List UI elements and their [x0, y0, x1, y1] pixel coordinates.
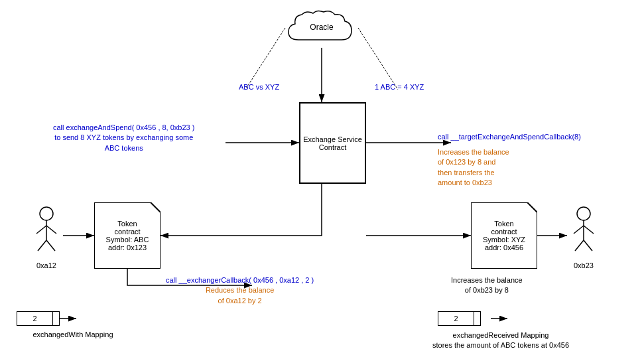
- svg-point-13: [40, 207, 53, 220]
- mapping-right: 0x123 2: [438, 311, 458, 326]
- diagram: Oracle ABC vs XYZ 1 ABC = 4 XYZ Exchange…: [0, 0, 644, 359]
- oracle-cloud: Oracle: [285, 7, 358, 50]
- svg-point-19: [577, 207, 590, 220]
- svg-line-24: [584, 240, 592, 251]
- mapping-left-label: exchangedWith Mapping: [20, 330, 126, 338]
- one-abc-four-xyz-label: 1 ABC = 4 XYZ: [375, 83, 424, 91]
- svg-line-22: [584, 226, 594, 234]
- mapping-right-box2: 2: [438, 311, 474, 326]
- exchange-box-label: Exchange ServiceContract: [303, 135, 362, 151]
- svg-line-17: [38, 240, 46, 251]
- token-xyz-label: Token contract Symbol: XYZ addr: 0x456: [471, 202, 537, 269]
- increases-bottom-right-label: Increases the balance of 0xb23 by 8: [451, 275, 523, 296]
- call-left-label: call exchangeAndSpend( 0x456 , 8, 0xb23 …: [53, 123, 194, 153]
- stick-figure-right: 0xb23: [567, 206, 600, 269]
- svg-line-15: [36, 226, 46, 234]
- svg-line-18: [46, 240, 55, 251]
- mapping-right-label: exchangedReceived Mapping stores the amo…: [424, 330, 577, 351]
- exchange-service-contract-box: Exchange ServiceContract: [299, 102, 366, 184]
- svg-line-21: [574, 226, 584, 234]
- token-abc-container: Token contract Symbol: ABC addr: 0x123: [94, 202, 161, 269]
- svg-line-23: [575, 240, 584, 251]
- svg-line-9: [245, 28, 285, 90]
- token-abc-label: Token contract Symbol: ABC addr: 0x123: [94, 202, 161, 269]
- increases-right-label: Increases the balance of 0x123 by 8 and …: [438, 147, 509, 188]
- abc-vs-xyz-label: ABC vs XYZ: [239, 83, 279, 91]
- call-right-label: call __targetExchangeAndSpendCallback(8): [438, 133, 581, 141]
- mapping-left: 0x456 2: [17, 311, 36, 326]
- stick-figure-left: 0xa12: [30, 206, 63, 269]
- callback-bottom-label: call __exchangerCallback( 0x456 , 0xa12 …: [166, 275, 314, 306]
- token-xyz-container: Token contract Symbol: XYZ addr: 0x456: [471, 202, 537, 269]
- user-left-label: 0xa12: [30, 261, 63, 269]
- oracle-label: Oracle: [310, 23, 334, 32]
- svg-line-16: [46, 226, 56, 234]
- user-right-label: 0xb23: [567, 261, 600, 269]
- mapping-left-box2: 2: [17, 311, 53, 326]
- svg-line-10: [358, 28, 398, 90]
